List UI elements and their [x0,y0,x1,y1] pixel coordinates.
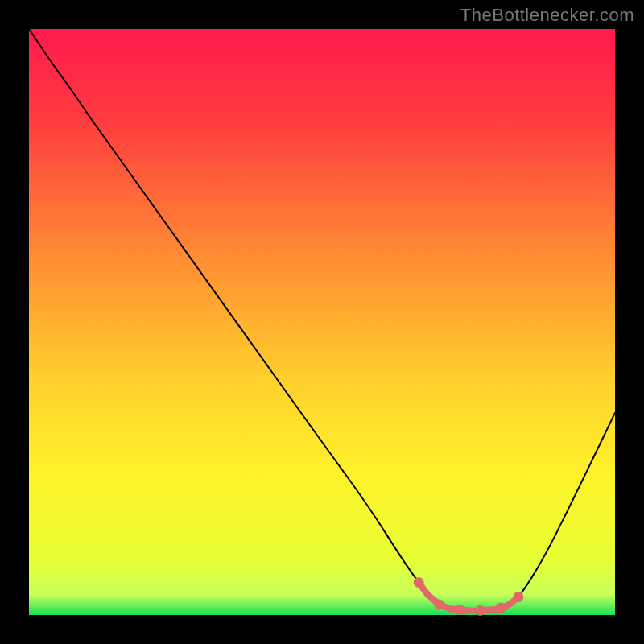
bottleneck-chart [0,0,644,644]
watermark-text: TheBottlenecker.com [460,5,634,26]
